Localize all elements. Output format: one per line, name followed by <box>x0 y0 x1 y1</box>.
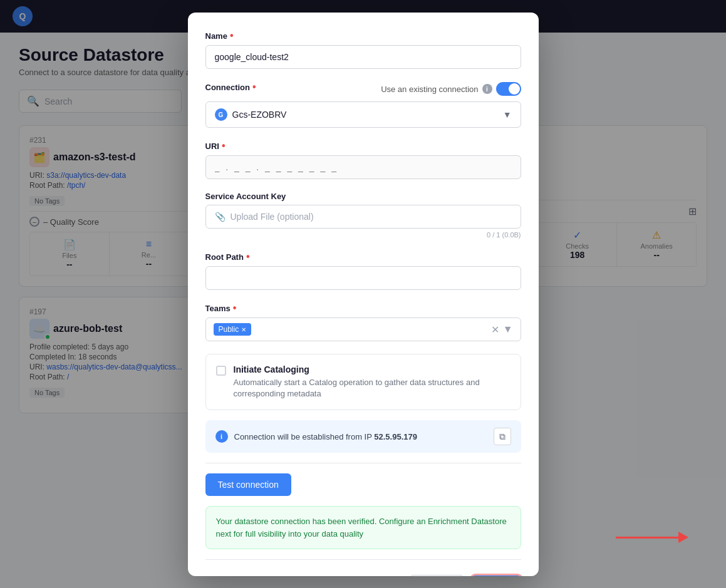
uri-group: URI • <box>205 140 521 179</box>
root-required: • <box>246 251 250 262</box>
teams-required: • <box>233 302 237 314</box>
ip-info-text: Connection will be established from IP 5… <box>234 432 417 441</box>
ip-info-left: i Connection will be established from IP… <box>215 430 417 443</box>
file-size-hint: 0 / 1 (0.0B) <box>205 231 521 239</box>
catalog-checkbox-row: Initiate Cataloging Automatically start … <box>205 354 521 410</box>
clear-teams-icon[interactable]: ✕ <box>491 324 499 336</box>
teams-icons: ✕ ▼ <box>491 324 513 336</box>
divider-2 <box>205 559 521 560</box>
team-tag-close[interactable]: ✕ <box>241 326 246 333</box>
name-label: Name • <box>205 30 521 41</box>
service-key-label: Service Account Key <box>205 192 521 201</box>
paperclip-icon: 📎 <box>215 212 226 222</box>
connection-required: • <box>252 81 256 93</box>
info-icon-toggle: i <box>482 84 492 94</box>
root-path-label: Root Path • <box>205 251 521 262</box>
catalog-title: Initiate Cataloging <box>234 364 511 374</box>
team-tag-public: Public ✕ <box>214 323 252 336</box>
gcs-icon: G <box>215 108 227 121</box>
finish-button[interactable]: Finish <box>410 575 464 576</box>
modal-overlay: Name • Connection • Use an existing conn… <box>0 0 726 588</box>
chevron-teams-icon: ▼ <box>503 324 513 335</box>
teams-select[interactable]: Public ✕ ✕ ▼ <box>205 317 521 341</box>
name-input[interactable] <box>205 45 521 69</box>
connection-label: Connection • <box>205 81 256 93</box>
test-connection-button[interactable]: Test connection <box>205 473 291 496</box>
info-icon: i <box>215 430 228 443</box>
uri-label: URI • <box>205 140 521 152</box>
root-path-group: Root Path • <box>205 251 521 290</box>
teams-group: Teams • Public ✕ ✕ ▼ <box>205 302 521 341</box>
divider-1 <box>205 463 521 463</box>
file-upload-placeholder: Upload File (optional) <box>231 212 314 222</box>
use-existing-toggle[interactable] <box>496 82 521 96</box>
connection-header-row: Connection • Use an existing connection … <box>205 81 521 96</box>
uri-input[interactable] <box>205 155 521 179</box>
ip-info-box: i Connection will be established from IP… <box>205 420 521 453</box>
catalog-checkbox[interactable] <box>216 366 226 376</box>
catalog-description: Automatically start a Catalog operation … <box>234 377 511 400</box>
chevron-down-icon: ▼ <box>503 110 512 120</box>
file-upload[interactable]: 📎 Upload File (optional) <box>205 205 521 229</box>
use-existing-label: Use an existing connection i <box>381 82 521 96</box>
name-required: • <box>230 30 234 41</box>
connection-group: Connection • Use an existing connection … <box>205 81 521 128</box>
name-group: Name • <box>205 30 521 69</box>
catalog-text: Initiate Cataloging Automatically start … <box>234 364 511 400</box>
teams-label: Teams • <box>205 302 521 314</box>
root-path-input[interactable] <box>205 266 521 290</box>
uri-required: • <box>222 140 226 152</box>
success-banner: Your datastore connection has been verif… <box>205 506 521 549</box>
service-key-group: Service Account Key 📎 Upload File (optio… <box>205 192 521 239</box>
connection-select-inner: G Gcs-EZOBRV <box>215 108 287 121</box>
next-button[interactable]: Next <box>472 575 521 576</box>
teams-select-inner: Public ✕ <box>214 323 252 336</box>
modal-dialog: Name • Connection • Use an existing conn… <box>188 13 539 576</box>
connection-select[interactable]: G Gcs-EZOBRV ▼ <box>205 101 521 128</box>
modal-footer: Finish Next <box>205 570 521 576</box>
copy-icon[interactable]: ⧉ <box>494 428 511 445</box>
